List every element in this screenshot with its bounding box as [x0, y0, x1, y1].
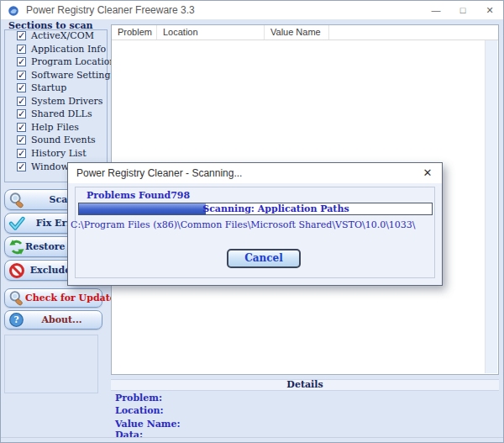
section-checkbox-helpfiles[interactable]: ✓Help Files	[17, 121, 79, 133]
checkbox: ✓	[17, 31, 26, 40]
window-title: Power Registry Cleaner Freeware 3.3	[26, 4, 195, 16]
checkbox: ✓	[17, 45, 26, 54]
current-scan-path: C:\Program Files (x86)\Common Files\Micr…	[71, 219, 416, 230]
section-checkbox-historylist[interactable]: ✓History List	[17, 147, 87, 159]
window-controls: — □ ✕	[423, 1, 503, 19]
checkbox-label: History List	[31, 148, 87, 159]
question-icon: ?	[8, 312, 25, 329]
progress-status-text: Scanning: Application Paths	[202, 203, 349, 215]
main-window: Power Registry Cleaner Freeware 3.3 — □ …	[0, 0, 504, 443]
checkbox-label: Help Files	[31, 122, 79, 133]
results-header-row: Problem Location Value Name	[112, 25, 498, 40]
dialog-close-button[interactable]: ✕	[413, 163, 442, 183]
checkbox-label: Shared DLLs	[31, 108, 92, 119]
checkbox: ✓	[17, 57, 26, 66]
checkbox: ✓	[17, 97, 26, 106]
detail-data-label: Data:	[115, 430, 143, 440]
section-checkbox-appinfo[interactable]: ✓Application Info	[17, 43, 106, 55]
check-for-update-label: Check for Update	[25, 293, 119, 303]
minimize-button[interactable]: —	[423, 1, 449, 19]
about-button[interactable]: ? About...	[4, 310, 102, 330]
bottom-divider	[1, 437, 503, 438]
sidebar-bottom-panel	[4, 335, 98, 393]
checkbox: ✓	[17, 135, 26, 145]
checkbox: ✓	[17, 83, 26, 92]
progress-fill	[79, 203, 206, 214]
app-icon	[8, 4, 19, 16]
problems-found-label: Problems Found	[87, 190, 171, 201]
detail-valuename-label: Value Name:	[115, 419, 181, 430]
column-header-valuename[interactable]: Value Name	[265, 25, 329, 40]
checkbox-label: System Drivers	[31, 96, 102, 107]
checkbox-label: ActiveX/COM	[31, 30, 94, 41]
section-checkbox-drivers[interactable]: ✓System Drivers	[17, 95, 102, 107]
section-checkbox-startup[interactable]: ✓Startup	[17, 82, 66, 93]
maximize-button[interactable]: □	[449, 1, 476, 19]
checkbox-label: Startup	[31, 82, 66, 93]
about-button-label: About...	[25, 314, 102, 325]
section-checkbox-shareddlls[interactable]: ✓Shared DLLs	[17, 108, 92, 119]
column-header-filler	[329, 25, 498, 40]
problems-found-line: Problems Found798	[87, 190, 190, 201]
detail-problem-label: Problem:	[115, 393, 162, 403]
column-header-problem[interactable]: Problem	[112, 25, 157, 40]
checkbox-label: Sound Events	[31, 134, 96, 145]
checkbox: ✓	[17, 123, 26, 132]
checkbox-label: Software Settings	[31, 70, 115, 81]
checkbox: ✓	[17, 162, 26, 171]
scan-progressbar: Scanning: Application Paths	[78, 203, 433, 215]
detail-location-label: Location:	[115, 405, 164, 416]
prohibition-icon	[8, 262, 25, 279]
section-checkbox-software[interactable]: ✓Software Settings	[17, 69, 115, 81]
scanning-dialog-title: Power Registry Cleaner - Scanning...	[76, 167, 242, 179]
section-checkbox-programloc[interactable]: ✓Program Locations	[17, 55, 120, 67]
check-for-update-button[interactable]: Check for Update	[4, 288, 102, 308]
checkbox: ✓	[17, 149, 26, 158]
section-checkbox-activex[interactable]: ✓ActiveX/COM	[17, 29, 94, 41]
svg-text:?: ?	[13, 314, 18, 324]
checkbox: ✓	[17, 109, 26, 119]
vertical-scrollbar[interactable]	[485, 40, 497, 373]
cancel-button[interactable]: Cancel	[227, 249, 301, 268]
section-checkbox-soundevents[interactable]: ✓Sound Events	[17, 134, 96, 145]
main-titlebar[interactable]: Power Registry Cleaner Freeware 3.3 — □ …	[1, 1, 503, 19]
magnifier-icon	[8, 192, 25, 208]
checkbox: ✓	[17, 71, 26, 80]
recycle-arrows-icon	[8, 239, 25, 256]
column-header-location[interactable]: Location	[157, 25, 265, 40]
scanning-dialog: Power Registry Cleaner - Scanning... ✕ P…	[67, 162, 443, 286]
scanning-dialog-titlebar[interactable]: Power Registry Cleaner - Scanning... ✕	[68, 163, 442, 183]
close-button[interactable]: ✕	[476, 1, 503, 19]
magnifier-icon	[8, 290, 25, 307]
checkbox-label: Program Locations	[31, 56, 120, 67]
checkmark-icon	[8, 215, 25, 232]
checkbox-label: Application Info	[31, 44, 106, 55]
problems-found-count: 798	[171, 190, 190, 201]
details-header: Details	[111, 379, 499, 391]
